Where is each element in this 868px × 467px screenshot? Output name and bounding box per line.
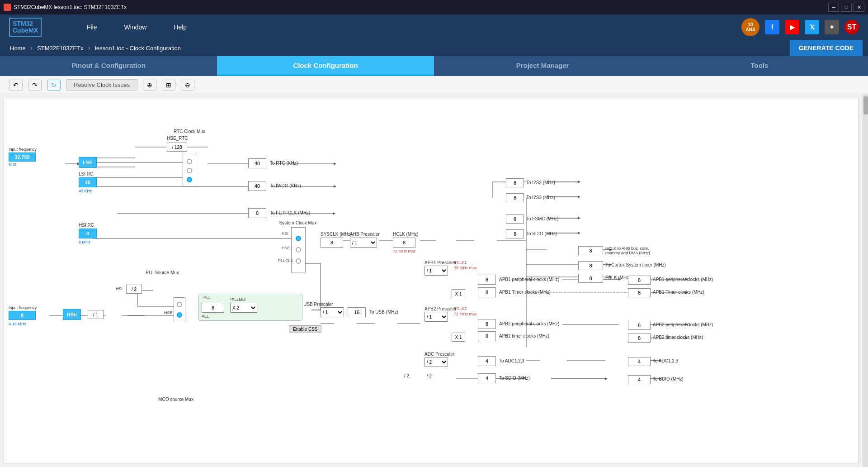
usb-out-box: 16 bbox=[348, 307, 366, 317]
pll-source-mux-label: PLL Source Mux bbox=[135, 270, 189, 275]
hsi-div2-box[interactable]: / 2 bbox=[126, 285, 142, 294]
rtc-mux-lsi-radio[interactable] bbox=[187, 177, 192, 182]
twitter-icon[interactable]: 𝕏 bbox=[805, 20, 819, 34]
i2s2-box[interactable]: 8 bbox=[506, 178, 524, 187]
tab-clock[interactable]: Clock Configuration bbox=[217, 56, 434, 76]
scrollbar-thumb[interactable] bbox=[863, 96, 868, 114]
hse-freq-box[interactable]: 8 bbox=[9, 311, 36, 320]
window-controls[interactable]: ─ □ ✕ bbox=[828, 3, 864, 12]
fit-all-button[interactable]: ⊞ bbox=[162, 80, 175, 91]
rtc-mux-lse-radio[interactable] bbox=[187, 168, 192, 173]
apb1-timer-clk-box[interactable]: 8 bbox=[478, 287, 496, 297]
sdio-top-box[interactable]: 8 bbox=[506, 229, 524, 238]
logo-box: STM32CubeMX bbox=[9, 18, 42, 37]
usb-prescaler-select[interactable]: / 1 / 1.5 bbox=[321, 307, 344, 317]
breadcrumb-current[interactable]: lesson1.ioc - Clock Configuration bbox=[90, 43, 185, 53]
sysclk-mux-hse-radio[interactable] bbox=[296, 247, 301, 253]
menu-window[interactable]: Window bbox=[124, 24, 147, 31]
youtube-icon[interactable]: ▶ bbox=[785, 20, 799, 34]
maximize-button[interactable]: □ bbox=[841, 3, 852, 12]
apb2-timer-out-box[interactable]: 8 bbox=[628, 334, 651, 343]
sysclk-mux-hsi-radio[interactable] bbox=[296, 236, 301, 241]
redo-button[interactable]: ↷ bbox=[28, 80, 42, 91]
refresh-button[interactable]: ↻ bbox=[47, 80, 61, 91]
apb2-peri-out-box[interactable]: 8 bbox=[628, 321, 651, 330]
tab-pinout[interactable]: Pinout & Configuration bbox=[0, 56, 217, 76]
fsmc-box[interactable]: 8 bbox=[506, 214, 524, 224]
hse-box[interactable]: HSE bbox=[63, 309, 81, 320]
zoom-out-button[interactable]: ⊖ bbox=[181, 80, 194, 91]
to-flitfclk-box[interactable]: 8 bbox=[248, 208, 266, 218]
tab-tools[interactable]: Tools bbox=[651, 56, 868, 76]
to-iwdg-box[interactable]: 40 bbox=[248, 181, 266, 191]
div128-box[interactable]: / 128 bbox=[167, 143, 187, 152]
apb1-prescaler-select[interactable]: / 1 / 2 bbox=[425, 266, 448, 276]
minimize-button[interactable]: ─ bbox=[828, 3, 839, 12]
sdio-div2-box: / 2 bbox=[427, 373, 432, 378]
menu-right: 10ANS f ▶ 𝕏 ✦ ST bbox=[741, 18, 859, 36]
lsi-rc-box[interactable]: 40 bbox=[79, 177, 97, 187]
pll-source-mux-box[interactable]: HSE bbox=[174, 297, 185, 322]
apb2-prescaler-select[interactable]: / 1 / 2 bbox=[425, 312, 448, 322]
pll-out-box[interactable]: 8 bbox=[202, 303, 224, 313]
pll-mux-hsi-radio[interactable] bbox=[177, 302, 182, 307]
enable-css-button[interactable]: Enable CSS bbox=[289, 325, 321, 333]
apb2-peri-clk-box[interactable]: 8 bbox=[478, 319, 496, 329]
apb2-x1-box[interactable]: X 1 bbox=[452, 333, 465, 342]
logo: STM32CubeMX bbox=[9, 18, 42, 37]
adc-out-label2: To ADC1,2,3 bbox=[653, 358, 678, 363]
tab-bar: Pinout & Configuration Clock Configurati… bbox=[0, 56, 868, 76]
to-flitfclk-label: To FLITFCLK (MHz) bbox=[270, 210, 310, 215]
to-rtc-box[interactable]: 40 bbox=[248, 158, 266, 168]
system-clock-mux-box[interactable]: HSI HSE PLLCLK bbox=[291, 227, 306, 272]
sdio-div2-label: / 2 bbox=[404, 373, 409, 378]
sysclk-box[interactable]: 8 bbox=[321, 238, 343, 248]
cortex-timer-box[interactable]: 8 bbox=[578, 261, 603, 270]
hclk-bus-box[interactable]: 8 bbox=[578, 246, 603, 255]
apb2-prescaler-label: APB2 Prescaler bbox=[425, 306, 457, 311]
rtc-mux-hse-radio[interactable] bbox=[187, 159, 192, 164]
fclk-box: 8 bbox=[578, 274, 603, 283]
hclk-box[interactable]: 8 bbox=[393, 238, 415, 248]
lse-box[interactable]: LSE bbox=[79, 157, 97, 168]
clock-diagram-canvas[interactable]: Input frequency 32.768 KHz LSE LSI RC 40… bbox=[4, 98, 859, 463]
sdio-top-label: To SDIO (MHz) bbox=[526, 231, 557, 236]
vertical-scrollbar[interactable] bbox=[863, 94, 868, 467]
lse-freq-box[interactable]: 32.768 bbox=[9, 152, 36, 162]
facebook-icon[interactable]: f bbox=[765, 20, 779, 34]
ahb-prescaler-select[interactable]: / 1 / 2 / 4 bbox=[350, 238, 377, 248]
apb1-timer-out-box[interactable]: 8 bbox=[628, 288, 651, 297]
adc-prescaler-select[interactable]: / 2 / 4 / 6 / 8 bbox=[425, 357, 448, 367]
apb1-peri-clk-box[interactable]: 8 bbox=[478, 275, 496, 285]
pll-mul-select[interactable]: X 2 X 3 X 4 X 6 X 8 X 9 bbox=[230, 303, 257, 313]
i2s3-box[interactable]: 8 bbox=[506, 193, 524, 202]
undo-button[interactable]: ↶ bbox=[9, 80, 23, 91]
sdio-bottom-box: 4 bbox=[478, 373, 496, 383]
zoom-in-button[interactable]: ⊕ bbox=[143, 80, 156, 91]
breadcrumb: Home › STM32F103ZETx › lesson1.ioc - Clo… bbox=[0, 40, 868, 56]
menu-help[interactable]: Help bbox=[174, 24, 187, 31]
hse-div1-box[interactable]: / 1 bbox=[88, 310, 104, 319]
pll-mux-hse-radio[interactable] bbox=[177, 312, 182, 318]
hsi-rc-box[interactable]: 8 bbox=[79, 229, 97, 238]
st-logo[interactable]: ST bbox=[844, 20, 859, 34]
apb1-peri-out-box[interactable]: 8 bbox=[628, 276, 651, 285]
pclk1-label: PCLK1 bbox=[454, 260, 467, 265]
breadcrumb-home[interactable]: Home bbox=[5, 43, 30, 53]
network-icon[interactable]: ✦ bbox=[825, 20, 839, 34]
apb2-timer-clk-box[interactable]: 8 bbox=[478, 331, 496, 341]
tab-project-manager[interactable]: Project Manager bbox=[434, 56, 651, 76]
apb1-x1-box[interactable]: X 1 bbox=[452, 289, 465, 298]
close-button[interactable]: ✕ bbox=[854, 3, 864, 12]
hclk-label: HCLK (MHz) bbox=[393, 232, 419, 237]
breadcrumb-device[interactable]: STM32F103ZETx bbox=[33, 43, 88, 53]
sysclk-mux-pll-radio[interactable] bbox=[296, 258, 301, 264]
pll-mul-label: *PLLMul bbox=[230, 297, 245, 302]
menu-file[interactable]: File bbox=[87, 24, 97, 31]
rtc-clock-mux-label: RTC Clock Mux bbox=[158, 129, 221, 134]
pclk2-label: PCLK2 bbox=[454, 306, 467, 311]
pclk2-max-label: 72 MHz max bbox=[454, 312, 477, 316]
resolve-clock-issues-button[interactable]: Resolve Clock Issues bbox=[66, 79, 137, 91]
generate-code-button[interactable]: GENERATE CODE bbox=[790, 40, 863, 56]
rtc-mux-box[interactable] bbox=[183, 155, 196, 186]
